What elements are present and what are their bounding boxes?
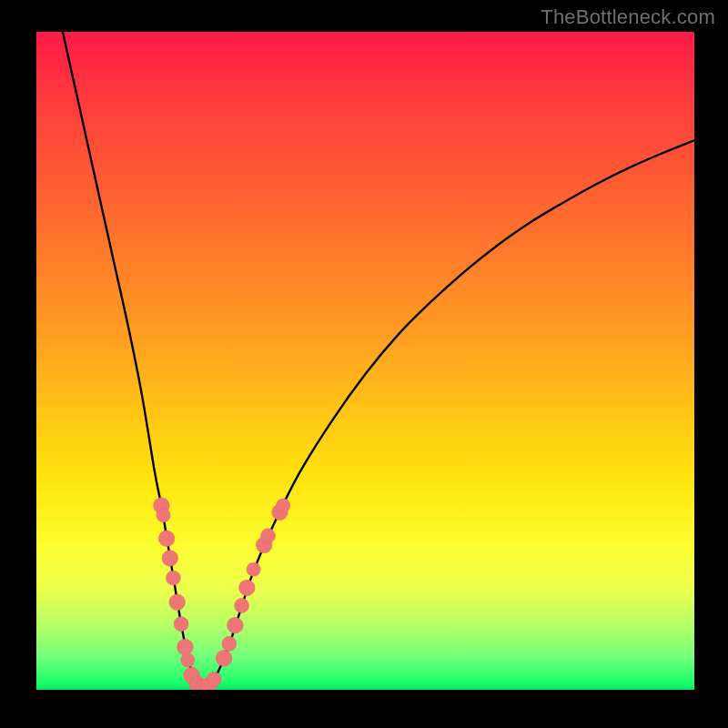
chart-frame: TheBottleneck.com [0, 0, 728, 728]
marker-dot [181, 653, 195, 667]
marker-dot [261, 529, 276, 543]
watermark-text: TheBottleneck.com [541, 5, 715, 29]
marker-dot [235, 599, 249, 613]
marker-dot [216, 651, 232, 667]
chart-svg [36, 32, 694, 690]
marker-dot [162, 551, 178, 567]
marker-dot [177, 639, 194, 655]
marker-dot [228, 617, 244, 633]
marker-dot [157, 509, 170, 522]
marker-dot [247, 562, 260, 576]
highlight-markers [154, 498, 290, 690]
marker-dot [174, 617, 188, 632]
marker-dot [158, 531, 175, 547]
marker-dot [207, 672, 221, 686]
bottleneck-curve [63, 32, 694, 689]
marker-dot [169, 594, 186, 611]
marker-dot [239, 580, 256, 596]
marker-dot [222, 636, 237, 651]
chart-plot-area [36, 32, 694, 690]
marker-dot [166, 571, 180, 585]
marker-dot [277, 499, 290, 512]
